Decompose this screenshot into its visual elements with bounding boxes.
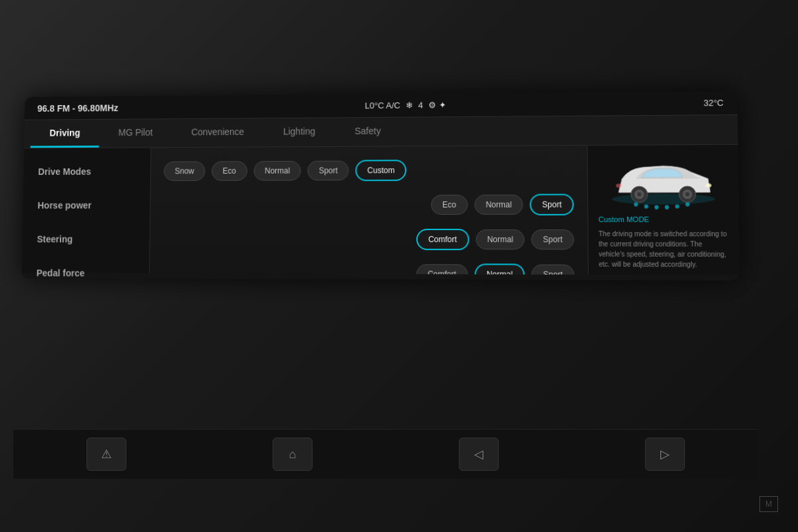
sidebar-item-drive-modes[interactable]: Drive Modes (23, 154, 150, 188)
info-panel: Custom MODE The driving mode is switched… (587, 145, 740, 275)
svg-point-12 (664, 205, 668, 209)
ac-label: L0°C A/C (365, 100, 400, 110)
radio-label: 96.8 FM - 96.80MHz (37, 102, 118, 113)
pill-sport-hp[interactable]: Sport (530, 194, 574, 215)
car-illustration (598, 155, 728, 215)
screen-container: 96.8 FM - 96.80MHz L0°C A/C ❄ 4 ⚙ ✦ 32°C… (7, 37, 784, 418)
screen-bezel: 96.8 FM - 96.80MHz L0°C A/C ❄ 4 ⚙ ✦ 32°C… (22, 91, 740, 281)
svg-point-11 (654, 205, 658, 209)
tab-driving[interactable]: Driving (31, 120, 100, 148)
horse-power-row: Eco Normal Sport (164, 194, 574, 216)
controls-area: Snow Eco Normal Sport Custom Eco Normal … (150, 146, 588, 275)
hardware-buttons-bar: ⚠ ⌂ ◁ ▷ (13, 429, 758, 479)
pill-normal-brake[interactable]: Normal (474, 263, 525, 275)
tab-mgpilot[interactable]: MG Pilot (99, 119, 172, 148)
pill-eco-drive[interactable]: Eco (211, 161, 247, 181)
svg-point-8 (616, 184, 621, 188)
tab-lighting[interactable]: Lighting (263, 118, 334, 146)
pill-sport-brake[interactable]: Sport (531, 265, 574, 275)
brake-row: Comfort Normal Sport (162, 263, 574, 275)
tab-bar: Driving MG Pilot Convenience Lighting Sa… (24, 115, 738, 148)
fan-icon: ❄ (406, 100, 413, 110)
pill-normal-hp[interactable]: Normal (474, 195, 523, 215)
svg-point-3 (637, 192, 641, 196)
info-description: The driving mode is switched according t… (598, 229, 730, 269)
hw-btn-volume-up[interactable]: ▷ (645, 438, 685, 471)
drive-modes-row: Snow Eco Normal Sport Custom (164, 159, 573, 182)
temp-right: 32°C (704, 98, 724, 108)
sidebar-item-pedal-force[interactable]: Pedal force (22, 256, 150, 281)
pill-sport-drive[interactable]: Sport (308, 161, 349, 181)
tab-convenience[interactable]: Convenience (172, 118, 263, 147)
pill-sport-steering[interactable]: Sport (531, 229, 574, 249)
svg-point-9 (634, 202, 638, 206)
pill-custom[interactable]: Custom (355, 160, 406, 181)
mode-label: Custom MODE (598, 215, 649, 223)
svg-point-13 (675, 204, 679, 208)
hw-btn-hazard[interactable]: ⚠ (86, 438, 126, 471)
sidebar-item-horse-power[interactable]: Horse power (23, 188, 150, 222)
pill-comfort-brake[interactable]: Comfort (416, 264, 467, 275)
pill-normal-steering[interactable]: Normal (475, 229, 525, 249)
pill-normal-drive[interactable]: Normal (253, 161, 301, 181)
watermark: M (759, 496, 778, 512)
svg-point-7 (706, 184, 711, 188)
pill-eco-hp[interactable]: Eco (431, 195, 467, 215)
svg-point-10 (644, 204, 648, 208)
mode-icons: ⚙ ✦ (428, 100, 446, 110)
hw-btn-volume-down[interactable]: ◁ (459, 438, 499, 471)
sidebar-item-steering[interactable]: Steering (22, 222, 150, 256)
sidebar: Drive Modes Horse power Steering Pedal f… (22, 148, 152, 273)
tab-safety[interactable]: Safety (335, 118, 401, 146)
main-content: Drive Modes Horse power Steering Pedal f… (22, 145, 739, 275)
pill-comfort-steering[interactable]: Comfort (416, 229, 469, 250)
steering-row: Comfort Normal Sport (163, 229, 574, 251)
svg-point-0 (612, 194, 715, 205)
hw-btn-home[interactable]: ⌂ (273, 438, 313, 471)
pill-snow[interactable]: Snow (164, 162, 205, 182)
screen: 96.8 FM - 96.80MHz L0°C A/C ❄ 4 ⚙ ✦ 32°C… (22, 91, 740, 281)
status-center: L0°C A/C ❄ 4 ⚙ ✦ (365, 100, 446, 110)
fan-speed: 4 (418, 100, 423, 110)
